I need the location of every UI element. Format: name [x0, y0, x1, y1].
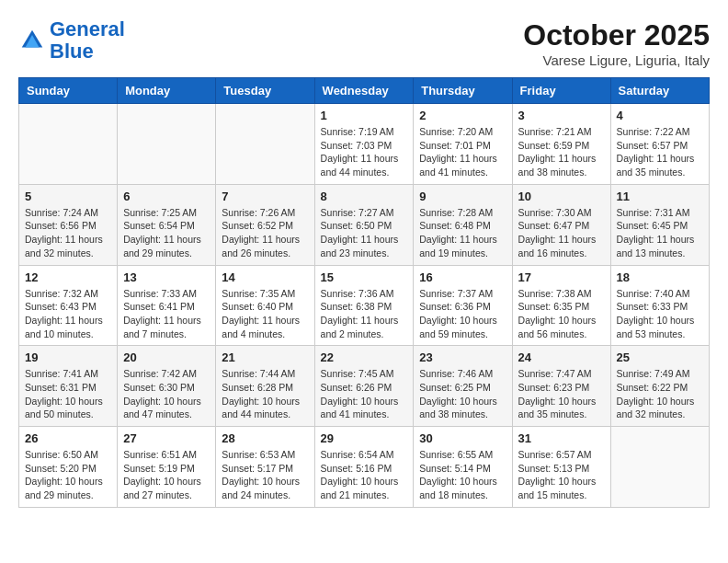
day-number: 2	[419, 109, 506, 122]
calendar-cell	[610, 427, 709, 508]
day-info: Sunrise: 7:31 AMSunset: 6:45 PMDaylight:…	[617, 206, 703, 260]
day-info: Sunrise: 7:36 AMSunset: 6:38 PMDaylight:…	[321, 287, 408, 341]
calendar-cell: 14Sunrise: 7:35 AMSunset: 6:40 PMDayligh…	[216, 265, 314, 346]
day-info: Sunrise: 7:20 AMSunset: 7:01 PMDaylight:…	[419, 125, 506, 179]
day-number: 3	[518, 109, 605, 122]
calendar-cell: 1Sunrise: 7:19 AMSunset: 7:03 PMDaylight…	[314, 104, 414, 185]
day-number: 8	[321, 190, 408, 203]
header-wednesday: Wednesday	[314, 78, 414, 104]
calendar-cell	[19, 104, 118, 185]
logo-line1: General	[50, 17, 125, 40]
day-number: 17	[518, 270, 605, 284]
day-number: 12	[25, 270, 111, 284]
calendar-header-row: SundayMondayTuesdayWednesdayThursdayFrid…	[19, 78, 710, 104]
day-info: Sunrise: 7:27 AMSunset: 6:50 PMDaylight:…	[321, 206, 408, 260]
day-info: Sunrise: 7:26 AMSunset: 6:52 PMDaylight:…	[222, 206, 308, 260]
day-number: 28	[222, 431, 308, 445]
day-info: Sunrise: 7:33 AMSunset: 6:41 PMDaylight:…	[123, 287, 210, 341]
header-tuesday: Tuesday	[216, 78, 314, 104]
calendar-cell: 8Sunrise: 7:27 AMSunset: 6:50 PMDaylight…	[314, 184, 414, 265]
calendar-cell: 4Sunrise: 7:22 AMSunset: 6:57 PMDaylight…	[610, 104, 709, 185]
calendar-cell: 22Sunrise: 7:45 AMSunset: 6:26 PMDayligh…	[314, 346, 414, 427]
calendar-cell: 21Sunrise: 7:44 AMSunset: 6:28 PMDayligh…	[216, 346, 314, 427]
week-row-1: 1Sunrise: 7:19 AMSunset: 7:03 PMDaylight…	[19, 104, 710, 185]
week-row-2: 5Sunrise: 7:24 AMSunset: 6:56 PMDaylight…	[19, 184, 710, 265]
day-info: Sunrise: 6:50 AMSunset: 5:20 PMDaylight:…	[25, 448, 111, 502]
calendar-cell: 6Sunrise: 7:25 AMSunset: 6:54 PMDaylight…	[118, 184, 216, 265]
location: Varese Ligure, Liguria, Italy	[523, 52, 710, 68]
day-info: Sunrise: 7:45 AMSunset: 6:26 PMDaylight:…	[321, 367, 408, 421]
week-row-3: 12Sunrise: 7:32 AMSunset: 6:43 PMDayligh…	[19, 265, 710, 346]
day-info: Sunrise: 7:42 AMSunset: 6:30 PMDaylight:…	[123, 367, 210, 421]
day-info: Sunrise: 7:47 AMSunset: 6:23 PMDaylight:…	[518, 367, 605, 421]
calendar-cell: 3Sunrise: 7:21 AMSunset: 6:59 PMDaylight…	[512, 104, 610, 185]
day-number: 24	[518, 350, 605, 364]
logo-text: General Blue	[50, 18, 125, 63]
day-number: 21	[222, 350, 308, 364]
calendar-cell: 28Sunrise: 6:53 AMSunset: 5:17 PMDayligh…	[216, 427, 314, 508]
header-thursday: Thursday	[414, 78, 512, 104]
calendar-cell: 29Sunrise: 6:54 AMSunset: 5:16 PMDayligh…	[314, 427, 414, 508]
day-number: 25	[617, 350, 703, 364]
day-info: Sunrise: 7:41 AMSunset: 6:31 PMDaylight:…	[25, 367, 111, 421]
day-info: Sunrise: 7:38 AMSunset: 6:35 PMDaylight:…	[518, 287, 605, 341]
calendar-cell: 16Sunrise: 7:37 AMSunset: 6:36 PMDayligh…	[414, 265, 512, 346]
calendar-cell: 5Sunrise: 7:24 AMSunset: 6:56 PMDaylight…	[19, 184, 118, 265]
day-number: 10	[518, 190, 605, 203]
header-friday: Friday	[512, 78, 610, 104]
week-row-4: 19Sunrise: 7:41 AMSunset: 6:31 PMDayligh…	[19, 346, 710, 427]
day-info: Sunrise: 7:24 AMSunset: 6:56 PMDaylight:…	[25, 206, 111, 260]
day-info: Sunrise: 7:37 AMSunset: 6:36 PMDaylight:…	[419, 287, 506, 341]
calendar-cell	[216, 104, 314, 185]
calendar-table: SundayMondayTuesdayWednesdayThursdayFrid…	[18, 77, 710, 508]
day-number: 1	[321, 109, 408, 122]
day-info: Sunrise: 6:55 AMSunset: 5:14 PMDaylight:…	[419, 448, 506, 502]
calendar-cell	[118, 104, 216, 185]
day-info: Sunrise: 6:54 AMSunset: 5:16 PMDaylight:…	[321, 448, 408, 502]
day-number: 16	[419, 270, 506, 284]
day-number: 4	[617, 109, 703, 122]
day-info: Sunrise: 6:53 AMSunset: 5:17 PMDaylight:…	[222, 448, 308, 502]
calendar-cell: 31Sunrise: 6:57 AMSunset: 5:13 PMDayligh…	[512, 427, 610, 508]
day-number: 27	[123, 431, 210, 445]
day-number: 19	[25, 350, 111, 364]
day-number: 15	[321, 270, 408, 284]
calendar-cell: 27Sunrise: 6:51 AMSunset: 5:19 PMDayligh…	[118, 427, 216, 508]
calendar-cell: 30Sunrise: 6:55 AMSunset: 5:14 PMDayligh…	[414, 427, 512, 508]
day-info: Sunrise: 7:44 AMSunset: 6:28 PMDaylight:…	[222, 367, 308, 421]
day-info: Sunrise: 7:22 AMSunset: 6:57 PMDaylight:…	[617, 125, 703, 179]
calendar-cell: 18Sunrise: 7:40 AMSunset: 6:33 PMDayligh…	[610, 265, 709, 346]
calendar-cell: 7Sunrise: 7:26 AMSunset: 6:52 PMDaylight…	[216, 184, 314, 265]
calendar-cell: 26Sunrise: 6:50 AMSunset: 5:20 PMDayligh…	[19, 427, 118, 508]
day-number: 11	[617, 190, 703, 203]
calendar-cell: 23Sunrise: 7:46 AMSunset: 6:25 PMDayligh…	[414, 346, 512, 427]
day-info: Sunrise: 7:30 AMSunset: 6:47 PMDaylight:…	[518, 206, 605, 260]
title-block: October 2025 Varese Ligure, Liguria, Ita…	[523, 18, 710, 68]
day-number: 30	[419, 431, 506, 445]
calendar-cell: 13Sunrise: 7:33 AMSunset: 6:41 PMDayligh…	[118, 265, 216, 346]
day-number: 7	[222, 190, 308, 203]
calendar-cell: 19Sunrise: 7:41 AMSunset: 6:31 PMDayligh…	[19, 346, 118, 427]
day-number: 9	[419, 190, 506, 203]
page-header: General Blue October 2025 Varese Ligure,…	[18, 18, 710, 68]
calendar-cell: 17Sunrise: 7:38 AMSunset: 6:35 PMDayligh…	[512, 265, 610, 346]
day-number: 26	[25, 431, 111, 445]
day-number: 6	[123, 190, 210, 203]
day-number: 18	[617, 270, 703, 284]
day-number: 22	[321, 350, 408, 364]
day-info: Sunrise: 7:49 AMSunset: 6:22 PMDaylight:…	[617, 367, 703, 421]
day-info: Sunrise: 7:21 AMSunset: 6:59 PMDaylight:…	[518, 125, 605, 179]
day-number: 31	[518, 431, 605, 445]
header-sunday: Sunday	[19, 78, 118, 104]
calendar-cell: 12Sunrise: 7:32 AMSunset: 6:43 PMDayligh…	[19, 265, 118, 346]
day-number: 13	[123, 270, 210, 284]
day-number: 5	[25, 190, 111, 203]
calendar-cell: 20Sunrise: 7:42 AMSunset: 6:30 PMDayligh…	[118, 346, 216, 427]
header-monday: Monday	[118, 78, 216, 104]
day-info: Sunrise: 6:57 AMSunset: 5:13 PMDaylight:…	[518, 448, 605, 502]
calendar-cell: 15Sunrise: 7:36 AMSunset: 6:38 PMDayligh…	[314, 265, 414, 346]
day-number: 23	[419, 350, 506, 364]
calendar-cell: 24Sunrise: 7:47 AMSunset: 6:23 PMDayligh…	[512, 346, 610, 427]
day-info: Sunrise: 7:25 AMSunset: 6:54 PMDaylight:…	[123, 206, 210, 260]
day-info: Sunrise: 7:32 AMSunset: 6:43 PMDaylight:…	[25, 287, 111, 341]
